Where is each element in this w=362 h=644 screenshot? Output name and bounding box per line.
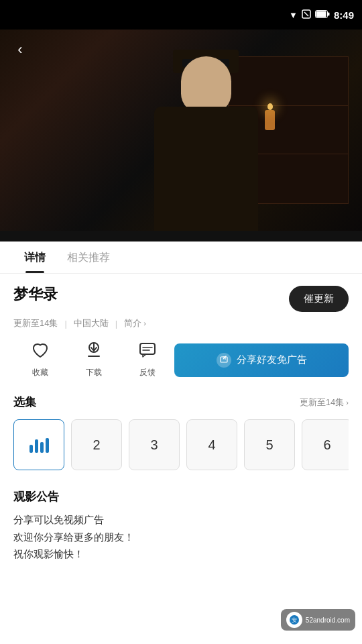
battery-icon [315, 10, 330, 20]
heart-icon [31, 341, 50, 364]
notice-line-2: 欢迎你分享给更多的朋友！ [13, 529, 349, 546]
meta-row: 更新至14集 | 中国大陆 | 简介 › [13, 317, 349, 329]
update-info: 更新至14集 [13, 317, 58, 329]
episode-number: 4 [208, 437, 215, 453]
share-icon [217, 353, 231, 368]
download-icon [84, 341, 103, 364]
status-bar: ▼ 8:49 [0, 0, 362, 30]
episode-item-3[interactable]: 3 [129, 419, 180, 470]
intro-link[interactable]: 简介 › [124, 317, 146, 329]
video-background [0, 30, 362, 231]
show-title: 梦华录 [13, 284, 58, 305]
action-feedback[interactable]: 反馈 [121, 341, 174, 378]
back-button[interactable]: ‹ [8, 38, 32, 62]
episode-more-link[interactable]: 更新至14集 › [300, 396, 349, 409]
intro-label: 简介 [124, 317, 141, 329]
svg-rect-8 [140, 343, 155, 354]
char-head [181, 56, 231, 113]
meta-sep-1: | [64, 319, 66, 329]
episode-grid: 2 3 4 5 6 [13, 419, 349, 473]
episode-more-arrow-icon: › [346, 398, 349, 407]
eq-bar-3 [40, 442, 44, 453]
episode-item-6[interactable]: 6 [302, 419, 349, 470]
back-arrow-icon: ‹ [17, 41, 22, 58]
svg-text:安: 安 [292, 617, 297, 623]
action-download[interactable]: 下载 [67, 341, 121, 378]
clock: 8:49 [334, 9, 354, 21]
episode-item-4[interactable]: 4 [186, 419, 237, 470]
share-ad-button[interactable]: 分享好友免广告 [174, 343, 349, 377]
eq-bar-2 [35, 439, 38, 453]
action-feedback-label: 反馈 [139, 367, 156, 378]
action-download-label: 下载 [86, 367, 102, 378]
feedback-icon [138, 341, 157, 364]
urge-update-button[interactable]: 催更新 [289, 286, 349, 312]
intro-arrow-icon: › [143, 319, 146, 327]
region-info: 中国大陆 [74, 317, 109, 329]
notice-line-3: 祝你观影愉快！ [13, 545, 349, 563]
notice-body: 分享可以免视频广告 欢迎你分享给更多的朋友！ 祝你观影愉快！ [13, 511, 349, 563]
episode-item-5[interactable]: 5 [244, 419, 295, 470]
svg-rect-3 [316, 11, 326, 17]
svg-line-1 [304, 12, 308, 16]
sim-icon [302, 9, 311, 21]
episode-more-label: 更新至14集 [300, 396, 344, 409]
episode-item-2[interactable]: 2 [71, 419, 122, 470]
episode-number: 6 [323, 437, 330, 453]
notice-line-1: 分享可以免视频广告 [13, 511, 349, 529]
actions-row: 收藏 下载 反馈 [13, 341, 349, 378]
eq-bar-1 [29, 445, 33, 453]
episode-number: 2 [93, 437, 100, 453]
separator [0, 231, 362, 241]
watermark-text: 52android.com [306, 616, 350, 624]
main-content: 梦华录 催更新 更新至14集 | 中国大陆 | 简介 › 收藏 [0, 274, 362, 574]
episode-item-1[interactable] [13, 419, 64, 470]
char-body [154, 107, 258, 231]
action-favorite[interactable]: 收藏 [13, 341, 67, 378]
episode-section-title: 选集 [13, 394, 36, 410]
svg-rect-4 [328, 12, 330, 15]
episode-number: 3 [150, 437, 158, 453]
eq-bar-4 [46, 438, 49, 453]
action-favorite-label: 收藏 [32, 367, 48, 378]
tab-related[interactable]: 相关推荐 [56, 241, 121, 273]
playing-indicator [29, 437, 49, 453]
tab-details[interactable]: 详情 [13, 241, 56, 273]
episode-section-header: 选集 更新至14集 › [13, 394, 349, 410]
character-figure [141, 43, 275, 231]
video-player[interactable]: ‹ [0, 30, 362, 231]
episode-number: 5 [265, 437, 273, 453]
watermark-icon: 安 [286, 612, 302, 628]
share-ad-label: 分享好友免广告 [237, 354, 307, 366]
tab-bar: 详情 相关推荐 [0, 241, 362, 274]
meta-sep-2: | [115, 319, 117, 329]
notice-title: 观影公告 [13, 489, 349, 504]
title-row: 梦华录 催更新 [13, 284, 349, 312]
signal-icon: ▼ [289, 10, 298, 20]
watermark: 安 52android.com [281, 609, 355, 631]
